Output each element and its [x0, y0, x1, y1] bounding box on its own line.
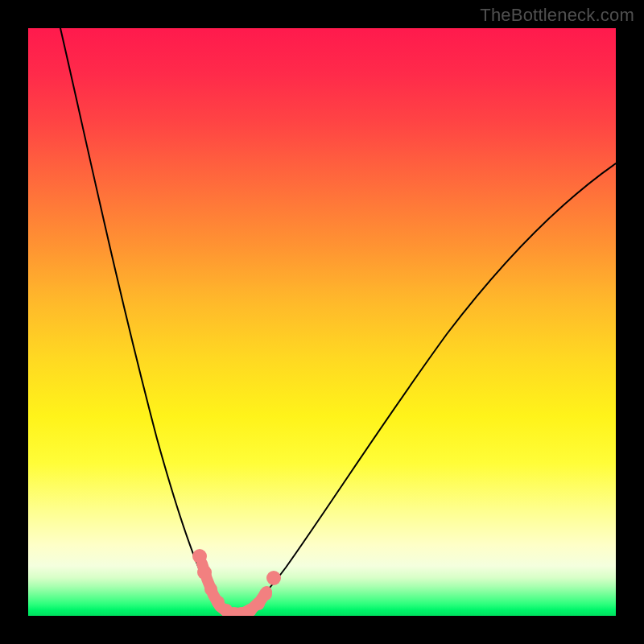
marker-dot: [192, 549, 207, 564]
marker-dot: [197, 565, 212, 580]
marker-dot: [266, 571, 281, 585]
watermark-text: TheBottleneck.com: [480, 5, 634, 26]
marker-dot: [204, 583, 217, 596]
curve-right: [231, 163, 616, 616]
chart-frame: TheBottleneck.com: [0, 0, 644, 644]
chart-svg: [28, 28, 616, 616]
curve-left: [60, 28, 231, 616]
plot-area: [28, 28, 616, 616]
marker-dot: [259, 588, 272, 601]
